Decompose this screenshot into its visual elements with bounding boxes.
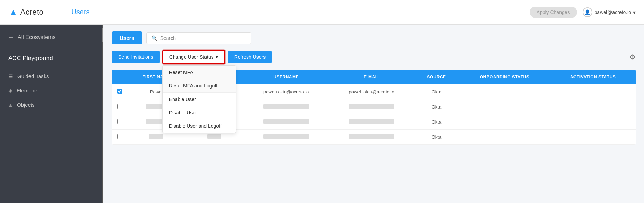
change-user-status-button[interactable]: Change User Status ▾ [162,50,225,64]
grid-icon: ⊞ [8,102,13,108]
row-checkbox[interactable] [117,89,122,94]
search-input[interactable] [160,35,246,41]
logo: ▲ Acreto [8,7,43,18]
change-user-status-dropdown-wrapper: Change User Status ▾ Reset MFA Reset MFA… [162,50,225,64]
sidebar-item-label: Objects [17,102,35,108]
dropdown-item-disable-user[interactable]: Disable User [163,106,236,119]
header-divider [52,5,52,19]
change-status-chevron-icon: ▾ [216,54,218,60]
cell-username [243,99,329,114]
user-avatar-icon: 👤 [583,7,592,17]
row-checkbox-cell[interactable] [112,114,128,130]
cell-username [243,114,329,130]
apply-changes-button[interactable]: Apply Changes [530,7,577,18]
cell-activation [550,114,636,130]
sidebar-item-label: Elements [16,88,39,93]
row-checkbox-cell[interactable] [112,84,128,99]
cell-onboarding [459,114,550,130]
dropdown-highlighted-section: Reset MFA Reset MFA and Logoff [163,66,236,93]
user-chevron-icon: ▾ [633,9,636,15]
dropdown-item-reset-mfa-logoff[interactable]: Reset MFA and Logoff [163,79,236,92]
users-tab-button[interactable]: Users [112,31,142,44]
main-content: Users 🔍 Send Invitations Change User Sta… [103,24,644,203]
layers-icon: ◈ [8,88,12,93]
list-icon: ☰ [8,74,13,79]
cell-email [329,99,414,114]
th-email: E-MAIL [329,70,414,84]
sidebar-item-guided-tasks[interactable]: ☰ Guided Tasks [0,69,103,83]
cell-onboarding [459,84,550,99]
cell-source: Okta [414,84,459,99]
all-ecosystems-label: All Ecosystems [18,34,55,41]
header: ▲ Acreto Users Apply Changes 👤 pawel@acr… [0,0,644,24]
select-all-icon: — [117,74,123,80]
cell-source: Okta [414,99,459,114]
action-bar: Send Invitations Change User Status ▾ Re… [103,50,644,70]
dropdown-item-disable-user-logoff[interactable]: Disable User and Logoff [163,119,236,133]
th-source: SOURCE [414,70,459,84]
row-checkbox-cell[interactable] [112,130,128,145]
cell-onboarding [459,130,550,145]
row-checkbox[interactable] [117,119,122,124]
cell-email [329,114,414,130]
header-right: Apply Changes 👤 pawel@acreto.io ▾ [530,7,636,18]
row-checkbox[interactable] [117,134,122,139]
logo-icon: ▲ [8,7,18,18]
change-status-label: Change User Status [169,54,214,60]
cell-username [243,130,329,145]
send-invitations-button[interactable]: Send Invitations [112,51,160,63]
sidebar-all-ecosystems[interactable]: ← All Ecosystems [0,24,103,48]
cell-activation [550,84,636,99]
row-checkbox[interactable] [117,104,122,109]
sidebar: ← All Ecosystems ACC Playground ☰ Guided… [0,24,103,203]
header-left: ▲ Acreto Users [8,5,90,19]
cell-email [329,130,414,145]
search-box[interactable]: 🔍 [146,32,251,44]
change-user-status-menu: Reset MFA Reset MFA and Logoff Enable Us… [162,65,236,133]
cell-activation [550,99,636,114]
sidebar-item-label: Guided Tasks [17,73,49,79]
cell-activation [550,130,636,145]
th-onboarding-status: ONBOARDING STATUS [459,70,550,84]
back-arrow-icon: ← [8,34,14,41]
page-title: Users [71,8,89,16]
cell-username: pawel+okta@acreto.io [243,84,329,99]
user-email: pawel@acreto.io [595,9,631,15]
user-menu[interactable]: 👤 pawel@acreto.io ▾ [583,7,636,17]
sidebar-item-objects[interactable]: ⊞ Objects [0,98,103,112]
layout: ← All Ecosystems ACC Playground ☰ Guided… [0,24,644,203]
sidebar-divider [8,48,95,48]
settings-gear-button[interactable]: ⚙ [629,53,636,61]
th-username: USERNAME [243,70,329,84]
th-activation-status: ACTIVATION STATUS [550,70,636,84]
th-checkbox: — [112,70,128,84]
ecosystem-name: ACC Playground [0,55,103,69]
cell-source: Okta [414,130,459,145]
refresh-users-button[interactable]: Refresh Users [228,51,272,63]
toolbar: Users 🔍 [103,24,644,50]
dropdown-item-enable-user[interactable]: Enable User [163,93,236,106]
cell-source: Okta [414,114,459,130]
cell-email: pawel+okta@acreto.io [329,84,414,99]
search-icon: 🔍 [152,35,157,41]
sidebar-item-elements[interactable]: ◈ Elements [0,83,103,98]
sidebar-scroll-thumb [102,28,103,42]
logo-text: Acreto [20,8,44,17]
cell-onboarding [459,99,550,114]
row-checkbox-cell[interactable] [112,99,128,114]
dropdown-item-reset-mfa[interactable]: Reset MFA [163,66,236,79]
